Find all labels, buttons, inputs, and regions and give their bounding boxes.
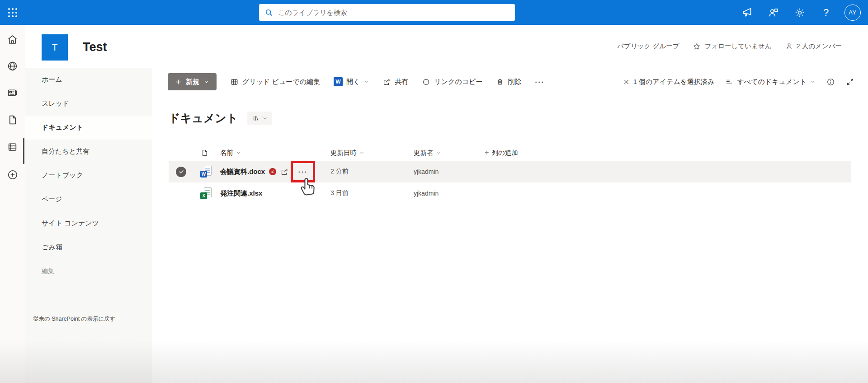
blocked-restricted-icon: [269, 168, 276, 175]
sidebar-item-site-contents[interactable]: サイト コンテンツ: [25, 211, 152, 235]
plus-icon: [175, 79, 182, 85]
sidebar-item-edit[interactable]: 編集: [25, 259, 152, 283]
view-selector[interactable]: すべてのドキュメント: [725, 78, 816, 86]
open-button[interactable]: W 開く: [334, 77, 369, 86]
sidebar-item-documents[interactable]: ドキュメント: [25, 116, 152, 140]
star-icon: [693, 42, 701, 51]
sidebar-item-home[interactable]: ホーム: [25, 68, 152, 92]
shelf-bars-icon: [252, 115, 259, 122]
account-avatar[interactable]: AY: [844, 5, 861, 21]
table-row[interactable]: X 発注関連.xlsx 3 日前 yjkadmin: [169, 182, 851, 204]
row-more-actions-button[interactable]: ···: [293, 163, 313, 180]
modified-value: 2 分前: [327, 168, 409, 176]
share-icon: [382, 78, 391, 86]
grid-view-edit-button[interactable]: グリッド ビューでの編集: [230, 78, 320, 86]
people-admin-icon[interactable]: [766, 5, 781, 20]
app-launcher-waffle-icon[interactable]: [0, 0, 25, 25]
follow-button[interactable]: フォローしていません: [693, 42, 771, 51]
person-icon: [785, 42, 793, 50]
column-header-name[interactable]: 名前: [217, 149, 327, 157]
sidebar-item-recycle-bin[interactable]: ごみ箱: [25, 235, 152, 259]
help-icon[interactable]: ?: [818, 5, 834, 20]
expand-fullscreen-icon[interactable]: [846, 78, 854, 86]
news-icon[interactable]: [0, 86, 25, 99]
table-row[interactable]: W 会議資料.docx ··· 2 分前 yjkadmin: [169, 161, 851, 182]
column-header-modified-by[interactable]: 更新者: [409, 149, 479, 157]
sidebar-item-pages[interactable]: ページ: [25, 187, 152, 211]
create-plus-icon[interactable]: [0, 168, 25, 182]
grid-icon: [230, 78, 239, 86]
announcements-megaphone-icon[interactable]: [740, 5, 755, 20]
lists-icon[interactable]: [0, 140, 25, 154]
file-name[interactable]: 会議資料.docx: [220, 168, 265, 176]
site-privacy-label: パブリック グループ: [617, 42, 679, 51]
chevron-down-icon: [810, 79, 816, 84]
info-icon[interactable]: [826, 78, 835, 86]
globe-icon[interactable]: [0, 59, 25, 73]
site-header: T Test パブリック グループ フォローしていません 2 人のメンバー: [25, 25, 868, 68]
settings-gear-icon[interactable]: [792, 5, 807, 20]
chevron-down-icon: [203, 79, 209, 85]
suite-bar: ? AY: [0, 0, 868, 25]
row-selected-check-icon[interactable]: [176, 167, 186, 177]
excel-file-icon: X: [200, 187, 212, 199]
search-icon: [264, 8, 274, 17]
home-icon[interactable]: [0, 33, 25, 46]
members-button[interactable]: 2 人のメンバー: [785, 42, 842, 51]
file-name[interactable]: 発注関連.xlsx: [220, 189, 262, 198]
search-input[interactable]: [278, 9, 509, 16]
modified-value: 3 日前: [327, 189, 409, 197]
table-header-row: 名前 更新日時 更新者 + 列の追加: [169, 145, 851, 161]
site-logo[interactable]: T: [42, 34, 68, 61]
sidebar-nav: ホーム スレッド ドキュメント 自分たちと共有 ノートブック ページ サイト コ…: [25, 68, 152, 383]
sidebar-item-threads[interactable]: スレッド: [25, 92, 152, 116]
share-button[interactable]: 共有: [382, 78, 408, 86]
word-app-icon: W: [334, 77, 343, 86]
trash-icon: [496, 78, 504, 86]
row-share-icon[interactable]: [280, 168, 289, 176]
modified-by-value: yjkadmin: [409, 190, 479, 197]
column-header-modified[interactable]: 更新日時: [327, 149, 409, 157]
new-button[interactable]: 新規: [168, 73, 217, 90]
more-commands-button[interactable]: ···: [535, 78, 544, 86]
file-type-column-icon[interactable]: [201, 149, 217, 157]
view-list-icon: [725, 78, 733, 86]
sidebar-item-notebook[interactable]: ノートブック: [25, 163, 152, 187]
classic-sharepoint-link[interactable]: 従来の SharePoint の表示に戻す: [33, 315, 115, 323]
delete-button[interactable]: 削除: [496, 78, 521, 86]
modified-by-value: yjkadmin: [409, 168, 479, 175]
library-search-box[interactable]: [259, 4, 515, 21]
chevron-down-icon: [363, 79, 369, 84]
site-title[interactable]: Test: [83, 40, 107, 54]
word-file-icon: W: [200, 166, 212, 177]
add-column-button[interactable]: + 列の追加: [479, 149, 851, 157]
column-settings-pill[interactable]: [247, 112, 272, 125]
chevron-down-icon: [262, 116, 268, 121]
documents-table: 名前 更新日時 更新者 + 列の追加 W 会議: [169, 145, 851, 204]
copy-link-button[interactable]: リンクのコピー: [422, 78, 482, 86]
sidebar-item-shared-with-us[interactable]: 自分たちと共有: [25, 140, 152, 163]
close-x-icon: [623, 79, 630, 85]
library-heading: ドキュメント: [169, 111, 238, 126]
clear-selection-button[interactable]: 1 個のアイテムを選択済み: [623, 78, 715, 86]
app-rail: [0, 25, 25, 383]
link-icon: [422, 78, 430, 86]
command-bar: 新規 グリッド ビューでの編集 W 開く: [152, 71, 868, 92]
pages-icon[interactable]: [0, 113, 25, 126]
